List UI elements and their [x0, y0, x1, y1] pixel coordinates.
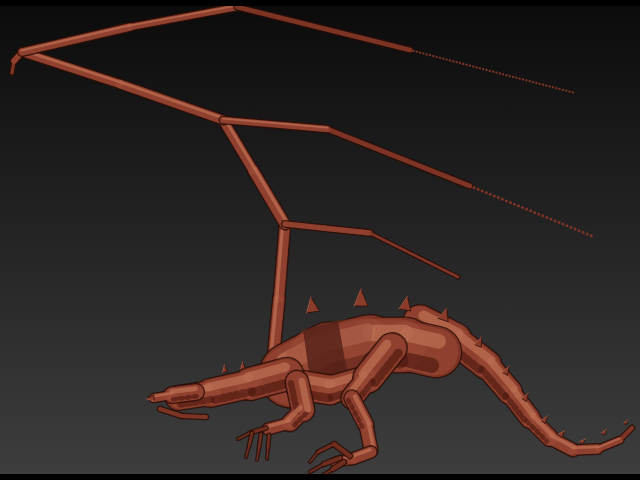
front-claw-3 [267, 435, 269, 459]
viewport-canvas[interactable] [0, 0, 640, 480]
bottom-letterbox-bar [0, 474, 640, 480]
viewport [0, 0, 640, 480]
top-letterbox-bar [0, 0, 640, 6]
